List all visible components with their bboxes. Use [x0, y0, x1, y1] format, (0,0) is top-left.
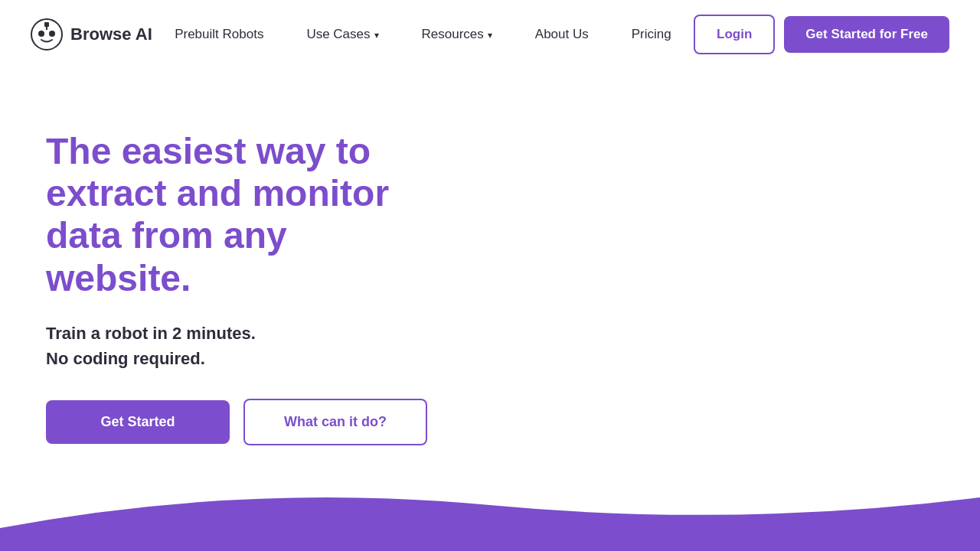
logo-link[interactable]: Browse AI — [31, 18, 152, 51]
nav-resources[interactable]: Resources ▾ — [400, 21, 514, 48]
logo-icon — [31, 18, 63, 51]
nav-links: Prebuilt Robots Use Cases ▾ Resources ▾ … — [153, 21, 693, 48]
bottom-wave — [0, 482, 980, 551]
navbar: Browse AI Prebuilt Robots Use Cases ▾ Re… — [0, 0, 980, 69]
hero-buttons: Get Started What can it do? — [46, 399, 429, 445]
what-can-it-do-button[interactable]: What can it do? — [243, 399, 427, 445]
nav-actions: Login Get Started for Free — [694, 15, 949, 54]
hero-section: The easiest way to extract and monitor d… — [0, 69, 980, 445]
svg-rect-3 — [44, 22, 49, 27]
svg-point-2 — [49, 31, 55, 37]
nav-use-cases[interactable]: Use Cases ▾ — [285, 21, 400, 48]
hero-subtitle-line1: Train a robot in 2 minutes. — [46, 321, 429, 346]
get-started-nav-button[interactable]: Get Started for Free — [784, 16, 949, 53]
login-button[interactable]: Login — [694, 15, 775, 54]
get-started-hero-button[interactable]: Get Started — [46, 400, 230, 444]
hero-subtitle: Train a robot in 2 minutes. No coding re… — [46, 321, 429, 371]
chevron-down-icon: ▾ — [488, 30, 492, 41]
hero-subtitle-line2: No coding required. — [46, 346, 429, 371]
svg-point-1 — [38, 31, 44, 37]
nav-about-us[interactable]: About Us — [514, 21, 610, 48]
chevron-down-icon: ▾ — [374, 30, 379, 41]
nav-prebuilt-robots[interactable]: Prebuilt Robots — [153, 21, 285, 48]
logo-text: Browse AI — [70, 24, 152, 44]
nav-pricing[interactable]: Pricing — [610, 21, 693, 48]
hero-title: The easiest way to extract and monitor d… — [46, 130, 429, 299]
